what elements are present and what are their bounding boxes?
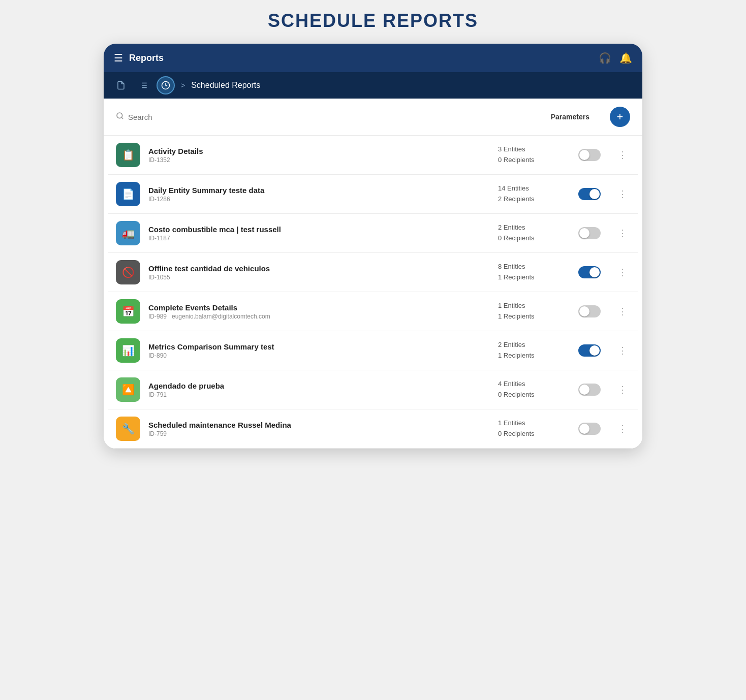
report-list: 📋 Activity Details ID-1352 3 Entities 0 … xyxy=(104,136,642,449)
report-entities-4: 1 Entities xyxy=(498,301,564,311)
report-icon-5: 📊 xyxy=(116,338,140,363)
report-name-1: Daily Entity Summary teste data xyxy=(148,186,480,195)
toggle-switch-5[interactable] xyxy=(578,344,601,357)
report-item: 🚫 Offline test cantidad de vehiculos ID-… xyxy=(108,253,638,292)
toggle-switch-7[interactable] xyxy=(578,423,601,435)
report-info-6: Agendado de prueba ID-791 xyxy=(148,381,480,398)
report-recipients-3: 1 Recipients xyxy=(498,272,564,283)
toggle-switch-3[interactable] xyxy=(578,266,601,278)
toggle-thumb-4 xyxy=(579,306,589,316)
report-name-6: Agendado de prueba xyxy=(148,381,480,390)
report-name-4: Complete Events Details xyxy=(148,303,480,312)
report-params-7: 1 Entities 0 Recipients xyxy=(498,418,564,439)
report-meta-0: ID-1352 xyxy=(148,156,480,164)
report-recipients-2: 0 Recipients xyxy=(498,233,564,244)
sub-nav-document-icon[interactable] xyxy=(112,76,130,94)
report-entities-2: 2 Entities xyxy=(498,222,564,233)
search-header: Parameters + xyxy=(104,99,642,136)
headset-icon[interactable]: 🎧 xyxy=(599,52,611,64)
svg-point-7 xyxy=(117,113,122,118)
page-heading: SCHEDULE REPORTS xyxy=(268,10,478,31)
toggle-track-1[interactable] xyxy=(578,188,601,200)
report-item: 🚛 Costo combustible mca | test russell I… xyxy=(108,214,638,253)
nav-title: Reports xyxy=(129,53,164,63)
report-meta-3: ID-1055 xyxy=(148,274,480,281)
sub-nav-clock-icon[interactable] xyxy=(157,76,175,94)
report-recipients-4: 1 Recipients xyxy=(498,311,564,322)
toggle-switch-4[interactable] xyxy=(578,305,601,317)
report-recipients-5: 1 Recipients xyxy=(498,351,564,361)
report-entities-7: 1 Entities xyxy=(498,418,564,429)
report-entities-1: 14 Entities xyxy=(498,183,564,194)
sub-nav-separator: > xyxy=(181,81,185,89)
report-info-2: Costo combustible mca | test russell ID-… xyxy=(148,225,480,242)
search-box xyxy=(116,112,551,122)
report-icon-6: 🔼 xyxy=(116,377,140,402)
report-item: 📋 Activity Details ID-1352 3 Entities 0 … xyxy=(108,136,638,175)
hamburger-icon[interactable]: ☰ xyxy=(114,52,123,64)
report-recipients-7: 0 Recipients xyxy=(498,429,564,439)
more-options-icon-5[interactable]: ⋮ xyxy=(615,343,630,358)
report-info-0: Activity Details ID-1352 xyxy=(148,147,480,164)
report-meta-2: ID-1187 xyxy=(148,235,480,242)
report-info-4: Complete Events Details ID-989 eugenio.b… xyxy=(148,303,480,320)
more-options-icon-0[interactable]: ⋮ xyxy=(615,147,630,163)
toggle-switch-2[interactable] xyxy=(578,227,601,239)
report-item: 📅 Complete Events Details ID-989 eugenio… xyxy=(108,292,638,331)
toggle-thumb-7 xyxy=(579,424,589,434)
sub-nav-list-icon[interactable] xyxy=(134,76,152,94)
more-options-icon-2[interactable]: ⋮ xyxy=(615,226,630,241)
toggle-track-6[interactable] xyxy=(578,384,601,396)
main-content: Parameters + 📋 Activity Details ID-1352 … xyxy=(104,99,642,449)
toggle-track-2[interactable] xyxy=(578,227,601,239)
report-entities-0: 3 Entities xyxy=(498,144,564,155)
more-options-icon-7[interactable]: ⋮ xyxy=(615,421,630,436)
header-right: Parameters + xyxy=(551,107,630,127)
report-name-7: Scheduled maintenance Russel Medina xyxy=(148,421,480,429)
toggle-track-5[interactable] xyxy=(578,344,601,357)
more-options-icon-1[interactable]: ⋮ xyxy=(615,186,630,202)
toggle-track-4[interactable] xyxy=(578,305,601,317)
report-info-1: Daily Entity Summary teste data ID-1286 xyxy=(148,186,480,203)
report-icon-3: 🚫 xyxy=(116,260,140,284)
more-options-icon-3[interactable]: ⋮ xyxy=(615,265,630,280)
search-icon xyxy=(116,112,124,122)
top-nav: ☰ Reports 🎧 🔔 xyxy=(104,44,642,72)
toggle-track-0[interactable] xyxy=(578,149,601,161)
report-recipients-6: 0 Recipients xyxy=(498,390,564,400)
more-options-icon-4[interactable]: ⋮ xyxy=(615,304,630,319)
report-icon-7: 🔧 xyxy=(116,417,140,441)
report-name-5: Metrics Comparison Summary test xyxy=(148,342,480,351)
toggle-track-3[interactable] xyxy=(578,266,601,278)
toggle-track-7[interactable] xyxy=(578,423,601,435)
report-icon-4: 📅 xyxy=(116,299,140,324)
report-icon-2: 🚛 xyxy=(116,221,140,245)
report-item: 🔧 Scheduled maintenance Russel Medina ID… xyxy=(108,409,638,449)
more-options-icon-6[interactable]: ⋮ xyxy=(615,382,630,397)
report-entities-6: 4 Entities xyxy=(498,379,564,390)
bell-icon[interactable]: 🔔 xyxy=(619,52,632,64)
add-button[interactable]: + xyxy=(610,107,630,127)
report-params-3: 8 Entities 1 Recipients xyxy=(498,262,564,283)
report-item: 📄 Daily Entity Summary teste data ID-128… xyxy=(108,175,638,214)
report-info-7: Scheduled maintenance Russel Medina ID-7… xyxy=(148,421,480,437)
search-input[interactable] xyxy=(128,113,230,121)
report-entities-5: 2 Entities xyxy=(498,340,564,351)
report-name-0: Activity Details xyxy=(148,147,480,155)
sub-nav-label: Scheduled Reports xyxy=(191,81,260,90)
toggle-switch-0[interactable] xyxy=(578,149,601,161)
toggle-thumb-0 xyxy=(579,150,589,160)
report-icon-0: 📋 xyxy=(116,143,140,167)
svg-line-8 xyxy=(121,117,123,119)
report-item: 📊 Metrics Comparison Summary test ID-890… xyxy=(108,331,638,370)
report-params-0: 3 Entities 0 Recipients xyxy=(498,144,564,166)
report-params-1: 14 Entities 2 Recipients xyxy=(498,183,564,205)
toggle-switch-6[interactable] xyxy=(578,384,601,396)
toggle-thumb-6 xyxy=(579,385,589,395)
report-params-2: 2 Entities 0 Recipients xyxy=(498,222,564,244)
report-item: 🔼 Agendado de prueba ID-791 4 Entities 0… xyxy=(108,370,638,409)
report-icon-1: 📄 xyxy=(116,182,140,206)
toggle-switch-1[interactable] xyxy=(578,188,601,200)
report-params-6: 4 Entities 0 Recipients xyxy=(498,379,564,400)
report-meta-1: ID-1286 xyxy=(148,196,480,203)
